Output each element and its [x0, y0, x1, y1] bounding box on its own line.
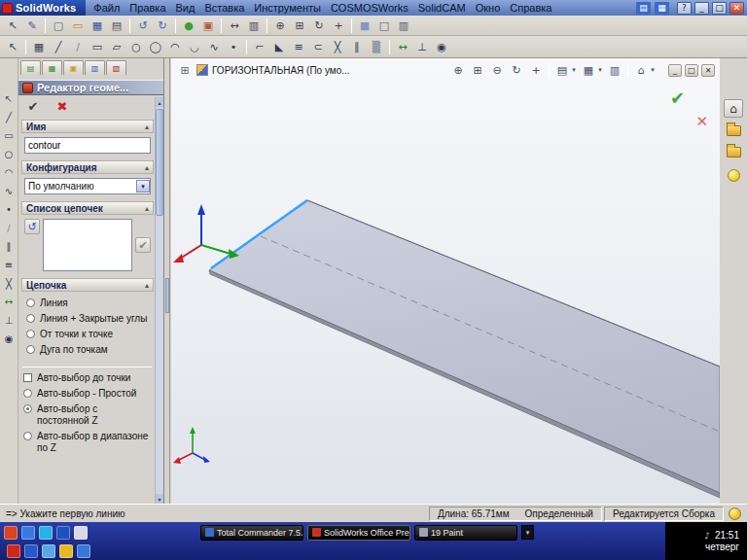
panel-scrollbar[interactable]: ▴ ▾: [155, 97, 163, 504]
dimension-tool-icon[interactable]: ↔: [1, 294, 18, 310]
maximize-button[interactable]: □: [712, 2, 727, 15]
configuration-select[interactable]: По умолчанию ▾: [24, 178, 151, 194]
tab-featuremanager-icon[interactable]: ▤: [20, 60, 41, 75]
chevron-down-icon[interactable]: ▾: [136, 180, 150, 192]
rotate-view-icon[interactable]: ↻: [508, 62, 525, 79]
pan-icon[interactable]: +: [527, 62, 545, 79]
centerline-tool-icon[interactable]: ∕: [1, 220, 18, 236]
help-topics-icon[interactable]: ▦: [655, 2, 669, 15]
save-icon[interactable]: ▦: [89, 18, 106, 34]
home-icon[interactable]: ⌂: [724, 99, 743, 118]
menu-edit[interactable]: Правка: [124, 1, 170, 15]
task-solidworks[interactable]: SolidWorks Office Pre...: [307, 525, 410, 541]
tab-configurationmanager-icon[interactable]: ▣: [63, 60, 84, 75]
measure-icon[interactable]: ↔: [226, 18, 243, 34]
radio-auto-constant-z[interactable]: Авто-выбор с постоянной Z: [21, 402, 154, 429]
file-explorer-folder-icon[interactable]: [727, 125, 741, 136]
trim-icon[interactable]: ╳: [329, 39, 346, 55]
collapse-chevron-icon[interactable]: ▴: [145, 163, 149, 172]
viewport-splitter-icon[interactable]: ⊞: [176, 62, 194, 79]
shaded-view-icon[interactable]: ■: [356, 18, 374, 34]
status-note-icon[interactable]: [729, 508, 741, 520]
trim-tool-icon[interactable]: ╳: [1, 275, 18, 292]
radio-arc-by-points[interactable]: Дуга по точкам: [24, 342, 151, 358]
undo-icon[interactable]: ↺: [134, 18, 152, 34]
panel-splitter-handle[interactable]: [165, 278, 169, 313]
circle-icon[interactable]: ○: [127, 39, 145, 55]
line-icon[interactable]: ╱: [50, 39, 67, 55]
chamfer-icon[interactable]: ◣: [270, 39, 288, 55]
quick-launch-8-icon[interactable]: [42, 544, 55, 558]
select-arrow-icon[interactable]: ↖: [1, 90, 18, 107]
rectangle-tool-icon[interactable]: ▭: [1, 127, 18, 144]
zoom-fit-icon[interactable]: ⊕: [449, 62, 467, 79]
menu-help[interactable]: Справка: [505, 1, 556, 15]
scroll-up-icon[interactable]: ▴: [156, 97, 163, 107]
relation-tool-icon[interactable]: ⊥: [1, 312, 18, 329]
search-folder-icon[interactable]: [727, 147, 741, 158]
close-button[interactable]: ✕: [729, 2, 744, 15]
tab-dimxpert-icon[interactable]: ▥: [85, 60, 105, 75]
radio-point-to-point[interactable]: От точки к точке: [24, 327, 151, 342]
quick-launch-5-icon[interactable]: [74, 526, 88, 540]
line-tool-icon[interactable]: ╱: [1, 109, 18, 125]
ellipse-icon[interactable]: ◯: [147, 39, 164, 55]
section-view-icon[interactable]: ▥: [395, 18, 412, 34]
name-group-header[interactable]: Имя ▴: [21, 120, 154, 133]
quick-launch-1-icon[interactable]: [4, 526, 18, 540]
auto-select-checkbox[interactable]: Авто-выбор до точки: [21, 370, 154, 386]
quick-launch-9-icon[interactable]: [59, 544, 73, 558]
standard-views-icon[interactable]: ▤: [553, 62, 571, 79]
model-plate[interactable]: [171, 58, 720, 504]
rectangle-icon[interactable]: ▭: [89, 39, 106, 55]
doc-restore-button[interactable]: □: [685, 64, 698, 77]
scroll-down-icon[interactable]: ▾: [156, 494, 163, 504]
graphics-area[interactable]: ⊞ ГОРИЗОНТАЛЬНАЯ (По умо... ⊕⊞⊖↻+▤▾▦▾▥⌂▾…: [171, 58, 720, 504]
menu-tools[interactable]: Инструменты: [249, 1, 326, 15]
radio-line[interactable]: Линия: [24, 296, 151, 311]
sketch-grid-icon[interactable]: ▦: [30, 39, 48, 55]
section-view-icon[interactable]: ▥: [606, 62, 623, 79]
menu-solidcam[interactable]: SolidCAM: [413, 1, 471, 15]
collapse-chevron-icon[interactable]: ▴: [145, 281, 149, 290]
volume-icon[interactable]: ♪: [704, 531, 710, 541]
view-orientation-icon[interactable]: ⌂: [632, 62, 650, 79]
edit-color-icon[interactable]: ▣: [199, 18, 217, 34]
doc-minimize-button[interactable]: _: [668, 64, 682, 77]
task-overflow-button[interactable]: ▾: [521, 525, 534, 540]
doc-close-button[interactable]: ✕: [701, 64, 715, 77]
undo-selection-icon[interactable]: ↺: [24, 219, 40, 234]
name-input[interactable]: [24, 137, 151, 154]
confirm-ok-icon[interactable]: ✔: [670, 88, 685, 108]
minimize-button[interactable]: _: [694, 2, 709, 15]
clock[interactable]: 21:51: [715, 530, 739, 541]
radio-auto-simple[interactable]: Авто-выбор - Простой: [21, 386, 154, 402]
zoom-area-icon[interactable]: ⊞: [291, 18, 308, 34]
mirror-icon[interactable]: ∥: [348, 39, 366, 55]
menu-cosmosworks[interactable]: COSMOSWorks: [326, 1, 413, 15]
display-style-icon[interactable]: ▦: [580, 62, 597, 79]
accept-chain-icon[interactable]: ✔: [135, 237, 151, 253]
fillet-icon[interactable]: ⌐: [251, 39, 268, 55]
help-button[interactable]: ?: [677, 2, 692, 15]
task-total-commander[interactable]: Total Commander 7.5...: [200, 525, 303, 541]
dropdown-arrow-icon[interactable]: ▾: [649, 62, 657, 79]
tab-propertymanager-icon[interactable]: ▦: [42, 60, 62, 75]
pan-icon[interactable]: +: [330, 18, 347, 34]
menu-window[interactable]: Окно: [471, 1, 506, 15]
menu-insert[interactable]: Вставка: [199, 1, 249, 15]
display-relations-icon[interactable]: ◉: [433, 39, 450, 55]
rotate-view-icon[interactable]: ↻: [310, 18, 328, 34]
confirm-cancel-icon[interactable]: ✕: [695, 113, 708, 130]
ok-button[interactable]: ✔: [25, 98, 41, 114]
offset-icon[interactable]: ≡: [290, 39, 307, 55]
quick-launch-6-icon[interactable]: [7, 544, 20, 558]
task-paint[interactable]: 19 Paint: [414, 525, 517, 541]
chain-listbox[interactable]: [43, 219, 132, 271]
dropdown-arrow-icon[interactable]: ▾: [596, 62, 604, 79]
collapse-chevron-icon[interactable]: ▴: [145, 204, 149, 213]
configuration-group-header[interactable]: Конфигурация ▴: [21, 160, 154, 174]
radio-line-closed-corners[interactable]: Линия + Закрытые углы: [24, 311, 151, 327]
circle-tool-icon[interactable]: ○: [1, 146, 18, 162]
mass-properties-icon[interactable]: ▥: [245, 18, 263, 34]
